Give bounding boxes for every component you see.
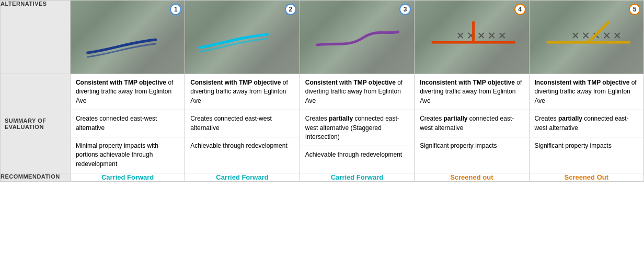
alt-1-eval-2: Creates connected east-west alternative [71, 110, 185, 137]
alt-1-image-cell: 1 [70, 1, 185, 74]
alt-1-eval: Consistent with TMP objective of diverti… [70, 74, 185, 173]
alt-1-recommendation: Carried Forward [70, 173, 185, 182]
route-5-svg [530, 1, 643, 74]
alt-2-eval: Consistent with TMP objective of diverti… [185, 74, 300, 173]
alt-2-image: 2 [185, 1, 299, 74]
alt-5-image-cell: 5 [529, 1, 643, 74]
alt-4-image-cell: 4 [415, 1, 529, 74]
alt-5-eval: Inconsistent with TMP objective of diver… [529, 74, 643, 173]
alt-4-eval-1: Inconsistent with TMP objective of diver… [415, 74, 528, 110]
route-4-svg [415, 1, 528, 74]
route-3-svg [300, 1, 414, 74]
alt-1-eval-3: Minimal property impacts with portions a… [71, 137, 185, 173]
recommendation-label: RECOMMENDATION [1, 173, 71, 182]
alt-4-recommendation: Screened out [415, 173, 529, 182]
main-comparison-table: ALTERNATIVES 1 2 [0, 0, 644, 182]
alt-3-eval: Consistent with TMP objective of diverti… [300, 74, 414, 173]
alt-3-eval-3: Achievable through redevelopment [300, 146, 414, 163]
alt-5-eval-3: Significant property impacts [530, 137, 643, 155]
alt-5-recommendation: Screened Out [529, 173, 643, 182]
alt-2-image-cell: 2 [185, 1, 300, 74]
alt-3-rec-text: Carried Forward [331, 173, 383, 181]
alt-1-rec-text: Carried Forward [101, 173, 154, 181]
alt-3-eval-2: Creates partially connected east-west al… [300, 110, 414, 146]
alt-5-eval-2: Creates partially connected east-west al… [530, 110, 643, 137]
evaluation-label: SUMMARY OF EVALUATION [1, 74, 71, 173]
alt-2-recommendation: Carried Forward [185, 173, 300, 182]
route-1-svg [71, 1, 185, 74]
alt-4-badge: 4 [514, 4, 526, 15]
alt-1-eval-1: Consistent with TMP objective of diverti… [71, 74, 185, 110]
alt-4-rec-text: Screened out [450, 173, 493, 181]
alt-5-rec-text: Screened Out [565, 173, 609, 181]
alt-3-badge: 3 [399, 4, 411, 15]
alt-3-eval-1: Consistent with TMP objective of diverti… [300, 74, 414, 110]
alt-4-eval-2: Creates partially connected east-west al… [415, 110, 528, 137]
route-2-svg [185, 1, 299, 74]
alt-5-image: 5 [530, 1, 643, 74]
alt-4-image: 4 [415, 1, 528, 74]
alt-2-eval-2: Creates connected east-west alternative [185, 110, 299, 137]
alt-2-rec-text: Carried Forward [216, 173, 268, 181]
alt-3-image-cell: 3 [300, 1, 414, 74]
alt-2-badge: 2 [285, 4, 296, 15]
alt-3-image: 3 [300, 1, 414, 74]
alt-4-eval-3: Significant property impacts [415, 137, 528, 155]
alt-4-eval: Inconsistent with TMP objective of diver… [415, 74, 529, 173]
alt-5-eval-1: Inconsistent with TMP objective of diver… [530, 74, 643, 110]
alt-2-eval-3: Achievable through redevelopment [185, 137, 299, 155]
alternatives-heading: ALTERNATIVES [1, 1, 47, 7]
alt-5-badge: 5 [629, 4, 640, 15]
alt-2-eval-1: Consistent with TMP objective of diverti… [185, 74, 299, 110]
alt-1-image: 1 [71, 1, 185, 74]
alt-3-recommendation: Carried Forward [300, 173, 414, 182]
alternatives-label: ALTERNATIVES [1, 1, 71, 74]
